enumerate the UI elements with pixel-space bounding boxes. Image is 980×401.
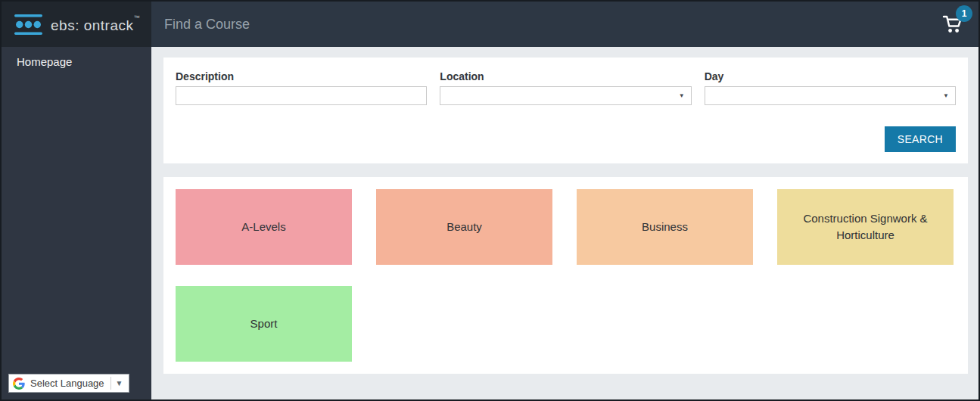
main-body: Homepage Select Language ▼ Descrip [2,47,978,399]
google-icon [13,378,25,390]
language-selector[interactable]: Select Language ▼ [8,374,129,393]
description-field-group: Description [176,70,427,105]
app-window: ebs: ontrack™ Find a Course 1 Homepage [0,0,980,401]
language-selector-label: Select Language [30,378,104,389]
category-card-beauty[interactable]: Beauty [376,189,552,265]
category-card-sport[interactable]: Sport [176,286,352,362]
sidebar-item-homepage[interactable]: Homepage [2,47,151,76]
cart-button[interactable]: 1 [941,13,963,36]
header-bar: Find a Course 1 [151,2,978,47]
day-field-group: Day ▼ [705,70,956,105]
search-button[interactable]: SEARCH [885,126,956,152]
top-header: ebs: ontrack™ Find a Course 1 [2,2,978,47]
location-label: Location [440,70,691,82]
cart-badge: 1 [956,5,972,22]
brand-name: ebs: ontrack™ [51,14,140,34]
trademark-symbol: ™ [134,14,140,21]
chevron-down-icon: ▼ [116,379,126,387]
category-card-construction-signwork-horticulture[interactable]: Construction Signwork & Horticulture [777,189,954,265]
category-card-business[interactable]: Business [577,189,753,265]
content-area: Description Location ▼ Day [151,47,978,399]
search-fields-row: Description Location ▼ Day [176,70,956,105]
divider [110,377,111,390]
category-card-a-levels[interactable]: A-Levels [176,189,352,265]
search-form-panel: Description Location ▼ Day [163,58,968,163]
ebs-dots-logo-icon [14,14,42,36]
dropdown-arrow-icon: ▼ [943,92,955,99]
sidebar: Homepage Select Language ▼ [2,47,151,399]
dropdown-arrow-icon: ▼ [679,92,691,99]
description-label: Description [176,70,427,82]
location-field-group: Location ▼ [440,70,691,105]
location-select[interactable]: ▼ [440,86,691,105]
day-select[interactable]: ▼ [705,86,956,105]
day-label: Day [705,70,956,82]
logo-block: ebs: ontrack™ [2,2,151,47]
course-categories-panel: A-Levels Beauty Business Construction Si… [163,177,968,374]
description-input[interactable] [176,86,427,105]
page-title: Find a Course [164,17,250,33]
